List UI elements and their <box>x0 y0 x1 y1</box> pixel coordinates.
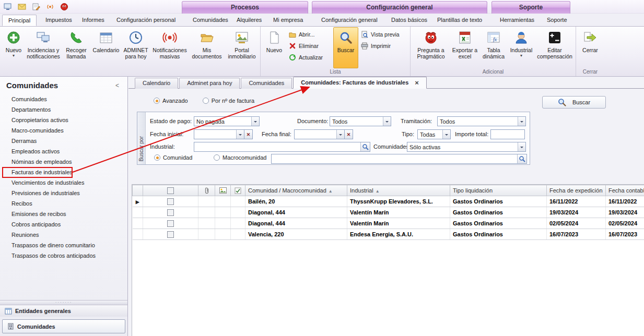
sidebar-item-empleados-activos[interactable]: Empleados activos <box>11 146 127 157</box>
chevron-down-icon[interactable] <box>251 117 259 126</box>
cerrar-button[interactable]: Cerrar <box>578 27 603 68</box>
tab-alquileres[interactable]: Alquileres <box>231 15 267 26</box>
panel-entidades-generales[interactable]: Entidades generales <box>0 305 127 317</box>
radio-por-numero-factura[interactable]: Por nº de factura <box>203 98 254 104</box>
tab-informes[interactable]: Informes <box>76 15 110 26</box>
tab-impuestos[interactable]: Impuestos <box>40 15 78 26</box>
tramitacion-combo[interactable]: Todos <box>437 116 526 126</box>
chevron-down-icon[interactable] <box>518 117 525 126</box>
imprimir-button[interactable]: Imprimir <box>358 42 408 50</box>
table-row[interactable]: ▶ Bailén, 20 ThyssnKrupp Elevadores, S.L… <box>133 196 644 207</box>
check-column-header[interactable] <box>231 185 245 196</box>
image-column-header[interactable] <box>215 185 231 196</box>
tab-principal[interactable]: Principal <box>2 15 37 26</box>
comunidad-search-input[interactable] <box>272 154 517 163</box>
tab-mi-empresa[interactable]: Mi empresa <box>267 15 309 26</box>
table-row[interactable]: Diagonal, 444 Valentín Marín Gastos Ordi… <box>133 218 644 229</box>
industrial-input[interactable] <box>194 142 360 151</box>
attachment-column-header[interactable] <box>198 185 215 196</box>
chevron-down-icon[interactable] <box>442 130 450 139</box>
radio-macrocomunidad[interactable]: Macrocomunidad <box>214 154 266 161</box>
tab-comunidades[interactable]: Comunidades <box>187 15 234 26</box>
chevron-down-icon[interactable] <box>236 130 244 139</box>
sidebar-item-facturas-industriales[interactable]: Facturas de industriales <box>11 167 127 177</box>
incidencias-button[interactable]: Incidencias y notificaciones <box>26 27 61 68</box>
pragmatico-icon[interactable] <box>60 2 69 11</box>
column-header-industrial[interactable]: Industrial▲ <box>347 185 450 196</box>
buscar-button[interactable]: Buscar <box>542 96 606 109</box>
chevron-down-icon[interactable] <box>383 117 391 126</box>
vista-previa-button[interactable]: Vista previa <box>358 30 408 39</box>
doc-tab-calendario[interactable]: Calendario <box>135 78 178 89</box>
calendario-button[interactable]: Calendario <box>91 27 121 68</box>
sidebar-item-nominas-empleados[interactable]: Nóminas de empleados <box>11 157 127 167</box>
actualizar-button[interactable]: Actualizar <box>286 53 333 62</box>
portal-inmobiliario-button[interactable]: Portal inmobiliario <box>225 27 259 68</box>
close-tab-icon[interactable]: × <box>415 79 419 86</box>
documento-combo[interactable]: Todos <box>330 116 391 126</box>
comunidad-search-field[interactable] <box>271 154 527 164</box>
notes-icon[interactable] <box>31 2 41 11</box>
nuevo-button[interactable]: Nuevo ▾ <box>2 27 26 68</box>
nuevo-documento-button[interactable]: Nuevo <box>262 27 286 68</box>
row-checkbox[interactable] <box>167 198 174 205</box>
exportar-excel-button[interactable]: Exportar a excel <box>450 27 480 68</box>
recoger-llamada-button[interactable]: Recoger llamada <box>61 27 91 68</box>
collapse-sidebar-icon[interactable]: < <box>113 82 121 89</box>
tab-herramientas[interactable]: Herramientas <box>494 15 540 26</box>
sidebar-item-emisiones-recibos[interactable]: Emisiones de recibos <box>11 209 127 219</box>
tab-datos-basicos[interactable]: Datos básicos <box>385 15 433 26</box>
pregunta-pragmatico-button[interactable]: Pregunta a Pragmático <box>412 27 450 68</box>
estado-pago-combo[interactable]: No pagada <box>194 116 260 126</box>
column-header-fecha-expedicion[interactable]: Fecha de expedición▲ <box>547 185 606 196</box>
fecha-inicial-input[interactable] <box>194 130 236 139</box>
sidebar-item-recibos[interactable]: Recibos <box>11 198 127 209</box>
fecha-final-input[interactable] <box>295 130 336 139</box>
adminet-hoy-button[interactable]: ADMINET para hoy <box>121 27 151 68</box>
select-all-header[interactable] <box>143 185 198 196</box>
tab-soporte[interactable]: Soporte <box>541 15 573 26</box>
clear-fecha-inicial-icon[interactable]: ✕ <box>244 129 253 139</box>
clear-fecha-final-icon[interactable]: ✕ <box>345 129 353 139</box>
sidebar-item-traspasos-dinero[interactable]: Traspasos de dinero comunitario <box>11 240 127 250</box>
sidebar-item-cobros-anticipados[interactable]: Cobros anticipados <box>11 219 127 230</box>
column-header-fecha-contable[interactable]: Fecha contable <box>606 185 644 196</box>
notificaciones-masivas-button[interactable]: Notificaciones masivas <box>151 27 189 68</box>
tipo-combo[interactable]: Todas <box>417 129 451 139</box>
sidebar-item-derramas[interactable]: Derramas <box>11 136 127 146</box>
sidebar-item-copropietarios-activos[interactable]: Copropietarios activos <box>11 115 127 125</box>
tab-configuracion-personal[interactable]: Configuración personal <box>111 15 181 26</box>
sidebar-item-vencimientos-industriales[interactable]: Vencimientos de industriales <box>11 177 127 188</box>
search-icon[interactable] <box>517 154 526 163</box>
panel-comunidades[interactable]: Comunidades <box>2 319 125 333</box>
chevron-down-icon[interactable] <box>336 130 344 139</box>
chevron-down-icon[interactable] <box>518 142 525 151</box>
broadcast-icon[interactable] <box>45 2 55 11</box>
sidebar-item-comunidades[interactable]: Comunidades <box>11 94 127 104</box>
fecha-inicial-combo[interactable] <box>194 129 244 139</box>
abrir-button[interactable]: Abrir... <box>286 30 333 39</box>
row-checkbox[interactable] <box>167 209 174 216</box>
sidebar-item-departamentos[interactable]: Departamentos <box>11 104 127 115</box>
mail-icon[interactable] <box>17 2 27 11</box>
fecha-final-combo[interactable] <box>294 129 345 139</box>
sidebar-item-macro-comunidades[interactable]: Macro-comunidades <box>11 125 127 136</box>
tabla-dinamica-button[interactable]: fx Tabla dinámica <box>480 27 507 68</box>
checkbox[interactable] <box>167 187 174 194</box>
mis-documentos-button[interactable]: Mis documentos <box>189 27 225 68</box>
industrial-field[interactable] <box>194 142 370 152</box>
doc-tab-adminet-hoy[interactable]: Adminet para hoy <box>179 78 240 89</box>
editar-compensacion-button[interactable]: Editar compensación <box>535 27 574 68</box>
industrial-button[interactable]: Industrial ▾ <box>507 27 535 68</box>
row-checkbox[interactable] <box>167 231 174 238</box>
tab-configuracion-general[interactable]: Configuración general <box>315 15 383 26</box>
comunidades-combo[interactable]: Sólo activas <box>407 142 526 152</box>
table-row[interactable]: Valencia, 220 Endesa Energia, S.A.U. Gas… <box>133 229 644 240</box>
eliminar-button[interactable]: Eliminar <box>286 42 333 50</box>
radio-comunidad[interactable]: Comunidad <box>154 154 192 161</box>
buscar-ribbon-button[interactable]: Buscar <box>333 27 358 68</box>
app-window-icon[interactable] <box>3 2 13 11</box>
search-icon[interactable] <box>360 142 370 151</box>
row-checkbox[interactable] <box>167 220 174 227</box>
importe-total-input[interactable] <box>490 129 525 139</box>
